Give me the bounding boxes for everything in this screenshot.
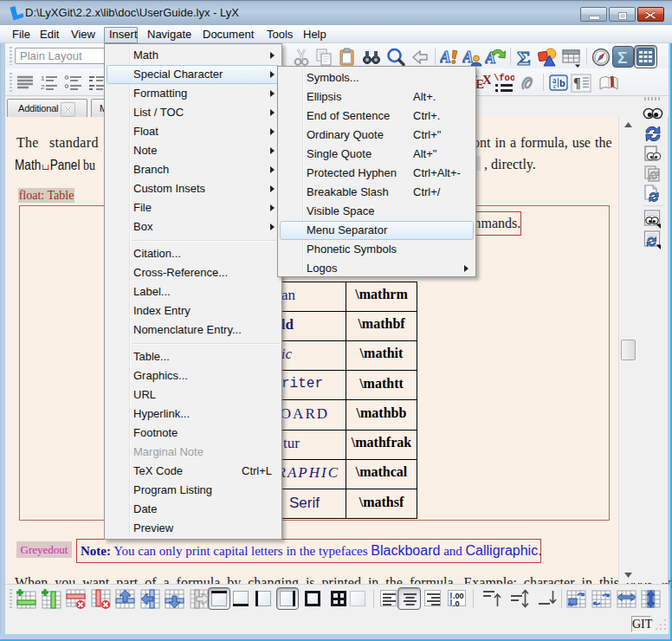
svg-text:Σ: Σ <box>517 47 531 68</box>
svg-text:.0: .0 <box>453 599 460 608</box>
svg-text:\foo: \foo <box>494 73 514 83</box>
svg-text:2: 2 <box>41 83 45 91</box>
svg-text:c: c <box>553 81 557 90</box>
svg-text:b: b <box>559 78 565 88</box>
svg-text:A: A <box>462 48 474 66</box>
svg-text:1: 1 <box>41 74 45 82</box>
svg-text:¶: ¶ <box>573 75 581 90</box>
svg-text:Σ: Σ <box>617 49 627 67</box>
svg-text:A: A <box>440 48 451 66</box>
svg-text:X: X <box>482 73 491 87</box>
